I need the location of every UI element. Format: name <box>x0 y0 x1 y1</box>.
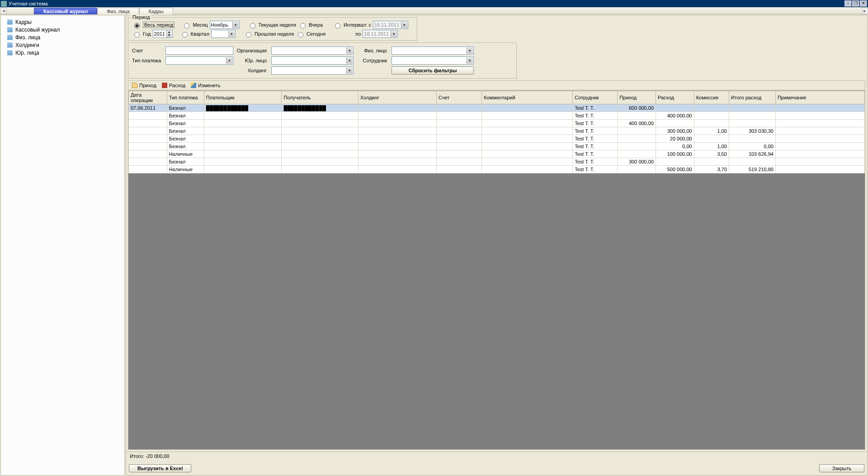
cell-holding <box>358 120 436 127</box>
cell-employee: Test T. T. <box>573 104 618 112</box>
table-toolbar: Приход Расход Изменить <box>128 80 865 90</box>
window-title: Учетная система <box>9 1 844 6</box>
column-header[interactable]: Комментарий <box>482 91 573 104</box>
total-label: Итого: -20 000,00 <box>130 453 170 459</box>
cell-note <box>775 166 864 173</box>
cell-total: 103 626,94 <box>729 150 775 158</box>
interval-from-date[interactable]: 18.11.2011 <box>373 21 408 29</box>
cell-employee: Test T. T. <box>573 158 618 166</box>
tab-staff[interactable]: Кадры <box>139 8 173 14</box>
interval-to-date[interactable]: 18.11.2011 <box>363 30 398 38</box>
cell-holding <box>358 135 436 143</box>
sidebar-item-staff[interactable]: Кадры <box>3 18 123 26</box>
table-row[interactable]: БезналTest T. T.20 000,00 <box>129 135 865 143</box>
radio-today[interactable] <box>298 32 303 37</box>
radio-quarter[interactable] <box>182 32 188 37</box>
column-header[interactable]: Получатель <box>282 91 358 104</box>
sidebar-item-cash-journal[interactable]: Кассовый журнал <box>3 26 123 33</box>
table-row[interactable]: 07.06.2011Безнал████████████████████████… <box>129 104 865 112</box>
year-value: 2011 <box>154 31 165 37</box>
account-input[interactable] <box>165 47 233 55</box>
tab-persons[interactable]: Физ. лица <box>97 8 139 14</box>
tab-label: Кассовый журнал <box>43 9 88 14</box>
table-row[interactable]: БезналTest T. T.400 000,00 <box>129 120 865 127</box>
person-combo[interactable] <box>392 47 474 55</box>
column-header[interactable]: Тип платежа <box>167 91 204 104</box>
column-header[interactable]: Комиссия <box>694 91 729 104</box>
close-button[interactable]: ✕ <box>860 0 867 7</box>
radio-interval[interactable] <box>335 23 340 28</box>
sidebar-item-persons[interactable]: Физ. лица <box>3 33 123 41</box>
expense-action[interactable]: Расход <box>162 83 185 88</box>
maximize-button[interactable]: ❐ <box>852 0 859 7</box>
cell-holding <box>358 158 436 166</box>
cell-total <box>729 112 775 120</box>
column-header[interactable]: Расход <box>656 91 694 104</box>
quarter-combo[interactable] <box>211 30 236 38</box>
edit-action[interactable]: Изменить <box>191 83 221 88</box>
employee-combo[interactable] <box>392 56 474 65</box>
legal-combo[interactable] <box>271 56 354 65</box>
organization-combo[interactable] <box>271 47 354 55</box>
document-icon <box>7 27 13 33</box>
table-row[interactable]: НаличныеTest T. T.500 000,003,70519 210,… <box>129 166 865 173</box>
table-row[interactable]: БезналTest T. T.300 000,00 <box>129 158 865 166</box>
radio-whole-period[interactable] <box>134 23 140 28</box>
radio-label: Текущая неделя <box>259 22 296 28</box>
tab-label: Физ. лица <box>107 9 130 14</box>
reset-filters-button[interactable]: Сбросить фильтры <box>392 66 474 75</box>
cell-commission <box>694 158 729 166</box>
close-panel-button[interactable]: Закрыть <box>819 464 864 472</box>
tab-next-button[interactable]: ► <box>862 8 868 14</box>
cell-total <box>729 158 775 166</box>
cell-income <box>618 150 656 158</box>
cell-income <box>618 127 656 135</box>
cell-date <box>129 166 167 173</box>
cell-payee <box>282 150 358 158</box>
column-header[interactable]: Примечание <box>775 91 864 104</box>
income-action[interactable]: Приход <box>132 83 156 88</box>
sidebar-item-legal[interactable]: Юр. лица <box>3 49 123 56</box>
cell-expense: 300 000,00 <box>656 127 694 135</box>
data-grid[interactable]: Дата операцииТип платежаПлательщикПолуча… <box>128 90 865 450</box>
table-row[interactable]: БезналTest T. T.300 000,001,00303 030,30 <box>129 127 865 135</box>
radio-year[interactable] <box>134 32 140 37</box>
minimize-button[interactable]: − <box>844 0 852 7</box>
holding-combo[interactable] <box>271 66 354 75</box>
radio-label: Прошлая неделя <box>255 31 294 37</box>
cell-payer <box>204 150 282 158</box>
radio-current-week[interactable] <box>250 23 255 28</box>
column-header[interactable]: Итого расход <box>729 91 775 104</box>
column-header[interactable]: Счет <box>436 91 481 104</box>
titlebar: Учетная система − ❐ ✕ <box>0 0 868 7</box>
sidebar-item-holdings[interactable]: Холдинги <box>3 41 123 49</box>
tab-cash-journal[interactable]: Кассовый журнал <box>34 8 97 14</box>
radio-yesterday[interactable] <box>300 23 306 28</box>
payment-type-combo[interactable] <box>165 56 233 65</box>
cell-comment <box>482 120 573 127</box>
tab-prev-button[interactable]: ◄ <box>0 8 7 14</box>
column-header[interactable]: Дата операции <box>129 91 167 104</box>
cell-comment <box>482 158 573 166</box>
table-row[interactable]: БезналTest T. T.400 000,00 <box>129 112 865 120</box>
cell-type: Безнал <box>167 135 204 143</box>
column-header[interactable]: Сотрудник <box>573 91 618 104</box>
cell-payer <box>204 135 282 143</box>
cell-payee <box>282 120 358 127</box>
radio-month[interactable] <box>184 23 189 28</box>
table-row[interactable]: НаличныеTest T. T.100 000,003,50103 626,… <box>129 150 865 158</box>
cell-employee: Test T. T. <box>573 166 618 173</box>
export-excel-button[interactable]: Выгрузить в Excel <box>129 464 191 472</box>
month-combo[interactable]: Ноябрь <box>210 21 240 29</box>
year-spinner[interactable]: 2011▲▼ <box>153 30 173 38</box>
period-groupbox: Период Весь период Месяц Ноябрь Текущая … <box>128 17 417 41</box>
column-header[interactable]: Холдинг <box>358 91 436 104</box>
cell-commission: 3,70 <box>694 166 729 173</box>
cell-total <box>729 135 775 143</box>
radio-last-week[interactable] <box>246 32 251 37</box>
table-row[interactable]: БезналTest T. T.0,001,000,00 <box>129 143 865 150</box>
cell-type: Безнал <box>167 112 204 120</box>
column-header[interactable]: Плательщик <box>204 91 282 104</box>
cell-note <box>775 112 864 120</box>
column-header[interactable]: Приход <box>618 91 656 104</box>
